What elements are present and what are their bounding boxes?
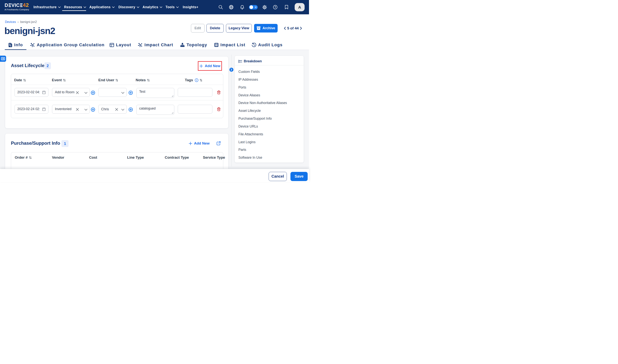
svg-text:?: ? <box>274 6 276 9</box>
